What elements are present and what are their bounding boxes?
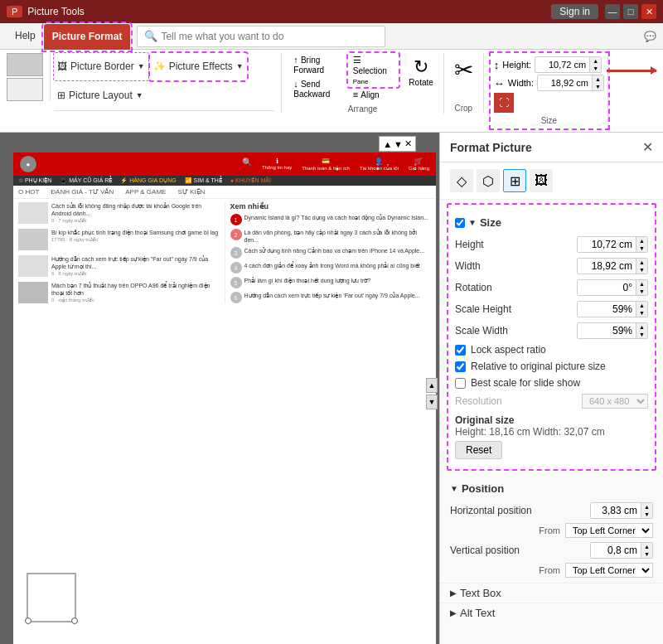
- selection-pane-button[interactable]: ☰ Selection Pane: [348, 53, 399, 87]
- rotate-label: Rotate: [409, 78, 433, 87]
- slide-thumb-1[interactable]: [7, 53, 43, 76]
- format-tab-fill[interactable]: ◇: [450, 169, 473, 192]
- width-field-box[interactable]: ▲ ▼: [577, 258, 648, 274]
- scale-width-input[interactable]: [578, 323, 636, 338]
- width-down[interactable]: ▼: [592, 83, 603, 90]
- horizontal-pos-label: Horizontal position: [450, 505, 590, 516]
- cart-label: Giỏ hàng: [409, 165, 429, 171]
- vertical-pos-input[interactable]: [591, 543, 641, 558]
- text-box-label: Text Box: [460, 587, 501, 599]
- position-section-header[interactable]: ▼ Position: [450, 477, 653, 500]
- rotation-box[interactable]: ▲ ▼: [577, 279, 648, 296]
- tab-picture-format[interactable]: Picture Format: [44, 24, 131, 50]
- width-input[interactable]: [538, 77, 592, 89]
- slide-down-btn[interactable]: ▼: [426, 395, 438, 409]
- slide-content: ● 🔍 ℹ Thông tin hay 💳 Thanh toán & tiện …: [13, 153, 436, 644]
- lock-aspect-checkbox[interactable]: [455, 345, 466, 356]
- horizontal-up[interactable]: ▲: [641, 503, 652, 511]
- reset-button[interactable]: Reset: [455, 441, 502, 459]
- text-box-section[interactable]: ▶ Text Box: [440, 583, 663, 603]
- article-text-4: Mách bạn 7 thủ thuật hay trên OPPO A96 đ…: [51, 282, 220, 303]
- horizontal-down[interactable]: ▼: [641, 511, 652, 518]
- height-field-input[interactable]: [578, 237, 636, 252]
- size-checkbox[interactable]: [455, 218, 465, 228]
- title-bar-controls: — □ ✕: [605, 4, 656, 19]
- rotate-button[interactable]: ↻ Rotate: [405, 53, 436, 101]
- width-input-box[interactable]: ▲ ▼: [537, 75, 604, 91]
- num-3: 3: [230, 247, 242, 259]
- header-icon-search: 🔍: [242, 157, 252, 171]
- width-field-up[interactable]: ▲: [636, 259, 647, 266]
- format-panel-close-button[interactable]: ✕: [642, 139, 653, 155]
- best-scale-checkbox[interactable]: [455, 378, 466, 389]
- account-icon: 👤: [375, 157, 383, 165]
- minimize-button[interactable]: —: [605, 4, 620, 19]
- size-collapse-arrow: ▼: [468, 218, 477, 227]
- xem-title-1: Dynamic Island là gì? Tác dụng và cách h…: [244, 214, 428, 221]
- vertical-pos-row: Vertical position ▲ ▼: [450, 540, 653, 561]
- header-icons: 🔍 ℹ Thông tin hay 💳 Thanh toán & tiện íc…: [242, 157, 429, 171]
- scale-height-box[interactable]: ▲ ▼: [577, 301, 648, 317]
- bring-forward-button[interactable]: ↑ Bring Forward: [288, 53, 341, 76]
- width-field-input[interactable]: [578, 259, 636, 274]
- horizontal-from-select[interactable]: Top Left Corner: [565, 523, 653, 538]
- picture-border-item[interactable]: 🖼 Picture Border ▼: [54, 53, 148, 80]
- height-field-up[interactable]: ▲: [636, 237, 647, 245]
- scale-height-up[interactable]: ▲: [636, 302, 647, 309]
- format-tab-shape[interactable]: ⬡: [477, 169, 500, 192]
- horizontal-pos-input[interactable]: [591, 503, 641, 518]
- article-meta-3: 6 · 8 ngày trước: [51, 270, 220, 276]
- size-dialog-launcher[interactable]: ⛶: [494, 93, 514, 113]
- resolution-select[interactable]: 640 x 480: [582, 394, 648, 409]
- alt-text-section[interactable]: ▶ Alt Text: [440, 603, 663, 622]
- send-backward-button[interactable]: ↓ Send Backward: [288, 77, 341, 100]
- slide-thumb-2[interactable]: [7, 78, 43, 101]
- scale-height-down[interactable]: ▼: [636, 309, 647, 317]
- height-down[interactable]: ▼: [589, 65, 601, 72]
- close-button[interactable]: ✕: [641, 4, 656, 19]
- maximize-button[interactable]: □: [623, 4, 638, 19]
- rotation-up[interactable]: ▲: [636, 280, 647, 288]
- horizontal-pos-box[interactable]: ▲ ▼: [590, 502, 653, 519]
- size-section-header[interactable]: ▼ Size: [455, 211, 648, 234]
- vertical-from-select[interactable]: Top Left Corner: [565, 563, 653, 578]
- search-bar[interactable]: 🔍: [137, 26, 385, 47]
- format-tab-picture[interactable]: 🖼: [530, 169, 553, 192]
- tab-review: ĐÁNH GIÁ - TƯ VẤN: [51, 188, 114, 196]
- scale-width-box[interactable]: ▲ ▼: [577, 322, 648, 339]
- height-field-down[interactable]: ▼: [636, 245, 647, 252]
- vertical-up[interactable]: ▲: [641, 543, 652, 550]
- slide-arrow-down[interactable]: ▼: [394, 139, 403, 149]
- crop-button[interactable]: ✂: [451, 53, 477, 87]
- height-field-box[interactable]: ▲ ▼: [577, 236, 648, 253]
- sign-in-button[interactable]: Sign in: [551, 4, 598, 19]
- scale-width-down[interactable]: ▼: [636, 331, 647, 338]
- adjust-divider: [54, 110, 274, 111]
- search-input[interactable]: [161, 31, 378, 42]
- relative-original-checkbox[interactable]: [455, 361, 466, 372]
- format-tab-layout[interactable]: ⊞: [503, 169, 526, 192]
- vertical-pos-label: Vertical position: [450, 545, 590, 556]
- scale-width-up[interactable]: ▲: [636, 323, 647, 331]
- vertical-pos-box[interactable]: ▲ ▼: [590, 542, 653, 559]
- align-button[interactable]: ≡ Align: [348, 88, 399, 101]
- vertical-down[interactable]: ▼: [641, 550, 652, 558]
- height-input-box[interactable]: ▲ ▼: [535, 56, 602, 73]
- picture-effects-item[interactable]: ✨ Picture Effects ▼: [150, 53, 247, 80]
- nav-may-cu: 📱 MÁY CŨ GIÁ RẺ: [60, 177, 112, 184]
- height-up[interactable]: ▲: [589, 57, 601, 65]
- picture-layout-item[interactable]: ⊞ Picture Layout ▼: [54, 82, 147, 109]
- xem-title-4: 4 cách đơn giản để xoay ảnh trong Word m…: [244, 262, 420, 269]
- slide-up-btn[interactable]: ▲: [426, 378, 438, 393]
- height-input[interactable]: [535, 59, 589, 70]
- xem-title-2: Là dân văn phòng, bạn hãy cập nhật ngay …: [244, 229, 432, 244]
- slide-arrow-up[interactable]: ▲: [383, 139, 392, 149]
- slide-close-btn[interactable]: ✕: [404, 138, 412, 149]
- width-field-down[interactable]: ▼: [636, 266, 647, 274]
- tab-help[interactable]: Help: [7, 23, 44, 49]
- horizontal-spinners: ▲ ▼: [641, 503, 652, 518]
- rotation-down[interactable]: ▼: [636, 288, 647, 295]
- rotation-input[interactable]: [578, 280, 636, 295]
- width-up[interactable]: ▲: [592, 75, 603, 83]
- scale-height-input[interactable]: [578, 302, 636, 317]
